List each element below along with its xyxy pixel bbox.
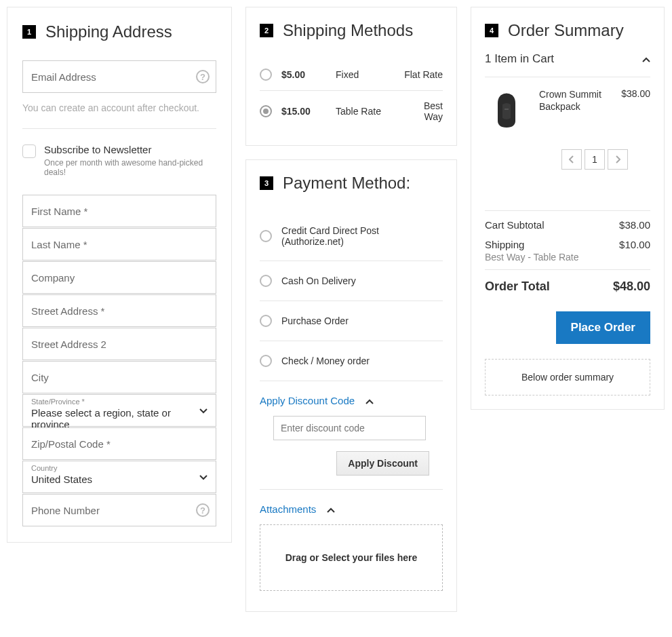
shipping-methods-title: Shipping Methods bbox=[283, 21, 413, 40]
order-summary-title: Order Summary bbox=[508, 21, 624, 40]
discount-code-input[interactable] bbox=[273, 416, 426, 440]
chevron-up-icon bbox=[365, 395, 374, 406]
subtotal-value: $38.00 bbox=[619, 219, 650, 231]
company-field[interactable] bbox=[22, 261, 216, 294]
newsletter-checkbox-row[interactable]: Subscribe to Newsletter Once per month w… bbox=[22, 144, 216, 177]
attachments-label: Attachments bbox=[260, 503, 316, 515]
attachments-toggle[interactable]: Attachments bbox=[260, 503, 443, 515]
place-order-button[interactable]: Place Order bbox=[556, 311, 650, 344]
backpack-icon bbox=[491, 91, 522, 129]
grand-total-label: Order Total bbox=[485, 279, 550, 294]
payment-radio-check[interactable] bbox=[260, 355, 272, 367]
zip-field[interactable] bbox=[22, 427, 216, 460]
payment-radio-purchaseorder[interactable] bbox=[260, 315, 272, 327]
shipping-address-card: 1 Shipping Address ? You can create an a… bbox=[7, 7, 232, 543]
street-address-1-field[interactable] bbox=[22, 294, 216, 327]
shipping-method-name: Fixed bbox=[336, 69, 403, 80]
grand-total-value: $48.00 bbox=[613, 279, 650, 294]
step-number-2: 2 bbox=[260, 24, 273, 37]
shipping-label: Shipping bbox=[485, 239, 524, 250]
product-price: $38.00 bbox=[621, 88, 650, 132]
newsletter-sublabel: Once per month with awesome hand-picked … bbox=[44, 158, 216, 177]
step-4-header: 4 Order Summary bbox=[485, 21, 650, 40]
payment-radio-authorizenet[interactable] bbox=[260, 230, 272, 242]
shipping-value: $10.00 bbox=[619, 239, 650, 250]
step-number-4: 4 bbox=[485, 24, 498, 37]
payment-option-label: Check / Money order bbox=[281, 355, 370, 366]
last-name-field[interactable] bbox=[22, 228, 216, 260]
payment-option-row[interactable]: Purchase Order bbox=[260, 301, 443, 341]
payment-method-title: Payment Method: bbox=[283, 174, 410, 193]
grand-total-row: Order Total $48.00 bbox=[485, 269, 650, 303]
phone-field[interactable] bbox=[22, 494, 216, 526]
divider bbox=[22, 128, 216, 129]
product-name: Crown Summit Backpack bbox=[539, 88, 610, 132]
region-label: State/Province * bbox=[31, 398, 85, 406]
qty-decrease-button[interactable] bbox=[561, 149, 582, 170]
newsletter-label: Subscribe to Newsletter bbox=[44, 144, 216, 155]
account-help-text: You can create an account after checkout… bbox=[22, 102, 216, 113]
payment-option-row[interactable]: Check / Money order bbox=[260, 341, 443, 381]
newsletter-checkbox[interactable] bbox=[22, 144, 36, 158]
cart-item: Crown Summit Backpack $38.00 bbox=[485, 77, 650, 142]
cart-items-toggle[interactable]: 1 Item in Cart bbox=[485, 52, 650, 77]
shipping-price: $5.00 bbox=[281, 69, 336, 80]
shipping-address-title: Shipping Address bbox=[45, 22, 172, 41]
step-1-header: 1 Shipping Address bbox=[22, 22, 216, 41]
shipping-radio-flatrate[interactable] bbox=[260, 69, 272, 81]
chevron-up-icon bbox=[642, 52, 650, 66]
shipping-method-name: Table Rate bbox=[336, 106, 403, 117]
shipping-carrier: Flat Rate bbox=[403, 69, 443, 80]
shipping-radio-bestway[interactable] bbox=[260, 105, 272, 117]
step-number-1: 1 bbox=[22, 25, 36, 39]
step-number-3: 3 bbox=[260, 176, 273, 190]
svg-rect-0 bbox=[505, 109, 509, 110]
payment-method-card: 3 Payment Method: Credit Card Direct Pos… bbox=[245, 159, 457, 612]
shipping-method-row[interactable]: $5.00 Fixed Flat Rate bbox=[260, 59, 443, 91]
apply-discount-label: Apply Discount Code bbox=[260, 395, 355, 406]
step-2-header: 2 Shipping Methods bbox=[260, 21, 443, 40]
payment-radio-cod[interactable] bbox=[260, 275, 272, 287]
chevron-up-icon bbox=[327, 503, 335, 515]
subtotal-label: Cart Subtotal bbox=[485, 219, 545, 231]
step-3-header: 3 Payment Method: bbox=[260, 174, 443, 193]
apply-discount-toggle[interactable]: Apply Discount Code bbox=[260, 395, 443, 406]
shipping-methods-card: 2 Shipping Methods $5.00 Fixed Flat Rate… bbox=[245, 7, 457, 146]
cart-count-label: 1 Item in Cart bbox=[485, 52, 554, 66]
product-image bbox=[485, 88, 528, 132]
first-name-field[interactable] bbox=[22, 195, 216, 227]
shipping-carrier: Best Way bbox=[403, 100, 443, 122]
email-field[interactable] bbox=[22, 60, 216, 93]
below-order-summary-box: Below order summary bbox=[485, 359, 650, 395]
payment-option-label: Cash On Delivery bbox=[281, 275, 356, 286]
apply-discount-button[interactable]: Apply Discount bbox=[336, 451, 429, 476]
question-icon[interactable]: ? bbox=[196, 70, 210, 83]
order-summary-card: 4 Order Summary 1 Item in Cart Crown Sum… bbox=[471, 7, 665, 410]
street-address-2-field[interactable] bbox=[22, 328, 216, 360]
file-dropzone[interactable]: Drag or Select your files here bbox=[260, 524, 443, 591]
qty-increase-button[interactable] bbox=[608, 149, 628, 170]
question-icon[interactable]: ? bbox=[196, 503, 210, 517]
shipping-price: $15.00 bbox=[281, 106, 336, 117]
shipping-sublabel: Best Way - Table Rate bbox=[485, 252, 650, 263]
country-select[interactable]: Country United States bbox=[22, 461, 216, 493]
payment-option-label: Purchase Order bbox=[281, 315, 349, 326]
qty-value: 1 bbox=[585, 149, 605, 170]
subtotal-row: Cart Subtotal $38.00 bbox=[485, 210, 650, 235]
country-label: Country bbox=[31, 464, 58, 472]
payment-option-label: Credit Card Direct Post (Authorize.net) bbox=[281, 225, 443, 247]
payment-option-row[interactable]: Cash On Delivery bbox=[260, 261, 443, 301]
payment-option-row[interactable]: Credit Card Direct Post (Authorize.net) bbox=[260, 212, 443, 261]
shipping-method-row[interactable]: $15.00 Table Rate Best Way bbox=[260, 91, 443, 132]
city-field[interactable] bbox=[22, 361, 216, 393]
divider bbox=[260, 489, 443, 490]
region-select[interactable]: State/Province * Please select a region,… bbox=[22, 394, 216, 427]
